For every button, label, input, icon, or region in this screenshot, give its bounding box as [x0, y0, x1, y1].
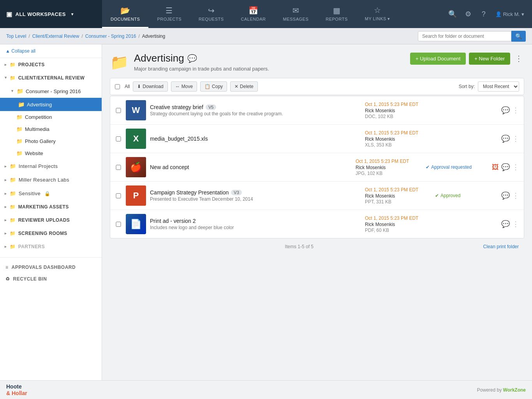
file-toolbar: All ⬇ Download ↔ Move 📋 Copy ✕ Delete	[110, 78, 524, 95]
more-options-icon-4[interactable]: ⋮	[512, 191, 519, 200]
search-input[interactable]	[418, 31, 511, 41]
help-button[interactable]: ?	[477, 7, 491, 21]
file-thumbnail-2: X	[126, 129, 146, 149]
workspace-icon: ▣	[6, 11, 12, 18]
nav-requests-label: REQUESTS	[199, 17, 224, 21]
file-actions-2: 💬 ⋮	[501, 134, 519, 143]
chat-bubble-icon[interactable]: 💬	[187, 54, 197, 63]
upload-document-button[interactable]: + Upload Document	[410, 53, 466, 65]
file-status-4: ✔ Approved	[435, 193, 497, 198]
search-button[interactable]: 🔍	[446, 7, 460, 21]
consumer-folder-icon: 📁	[17, 88, 23, 94]
nav-messages[interactable]: ✉ MESSAGES	[275, 0, 317, 28]
sidebar-item-competition[interactable]: 📁 Competition	[0, 111, 102, 123]
screening-folder-icon: 📁	[10, 231, 16, 236]
file-actions-1: 💬 ⋮	[501, 106, 519, 115]
file-checkbox-1[interactable]	[115, 108, 122, 113]
sidebar-projects-label: PROJECTS	[18, 62, 45, 67]
sidebar-item-projects[interactable]: ► 📁 PROJECTS	[0, 58, 102, 71]
more-actions-button[interactable]: ⋮	[513, 52, 524, 65]
settings-button[interactable]: ⚙	[461, 7, 475, 21]
sidebar-item-internal-projects[interactable]: ► 📁 Internal Projects	[0, 159, 102, 173]
content-actions: + Upload Document + New Folder ⋮	[410, 52, 524, 65]
delete-label: Delete	[240, 84, 254, 89]
sidebar-approvals-dashboard[interactable]: ≡ APPROVALS DASHBOARD	[0, 261, 102, 273]
file-user-1: Rick Mosenkis	[365, 108, 431, 113]
search-submit-button[interactable]: 🔍	[511, 31, 526, 42]
file-info-4: Campaign Strategy Presentation V3 Presen…	[150, 189, 361, 202]
sort-select[interactable]: Most Recent	[478, 81, 519, 92]
sidebar-item-consumer-spring[interactable]: ► 📁 Consumer - Spring 2016	[0, 85, 102, 98]
copy-button[interactable]: 📋 Copy	[200, 81, 227, 92]
brand-name: WorkZone	[503, 387, 526, 393]
sidebar-sensitive-label: Sensitive	[19, 191, 41, 196]
workspace-selector[interactable]: ▣ ALL WORKSPACES ▼	[0, 0, 102, 28]
sidebar-item-sensitive[interactable]: ► 📁 Sensitive 🔒	[0, 187, 102, 200]
sidebar-item-photo-gallery[interactable]: 📁 Photo Gallery	[0, 135, 102, 147]
nav-documents[interactable]: 📂 DOCUMENTS	[102, 0, 148, 28]
nav-calendar[interactable]: 📅 CALENDAR	[233, 0, 275, 28]
more-options-icon-3[interactable]: ⋮	[512, 163, 519, 171]
download-button[interactable]: ⬇ Download	[133, 81, 167, 92]
comment-icon-4[interactable]: 💬	[501, 191, 510, 200]
file-actions-5: 💬 ⋮	[501, 220, 519, 228]
sidebar-item-miller-labs[interactable]: ► 📁 Miller Research Labs	[0, 173, 102, 187]
breadcrumb-client-review[interactable]: Client/External Review	[32, 34, 79, 39]
version-badge-1: V5	[206, 104, 216, 110]
file-name-2: media_budget_2015.xls	[150, 136, 361, 142]
file-info-1: Creative strategy brief V5 Strategy docu…	[150, 104, 361, 117]
sidebar-collapse-label: ▲ Collapse all	[5, 48, 35, 54]
download-icon: ⬇	[137, 84, 141, 89]
sidebar-item-website[interactable]: 📁 Website	[0, 147, 102, 159]
user-menu[interactable]: 👤 Rick M. ▾	[492, 11, 527, 17]
file-checkbox-3[interactable]	[115, 165, 122, 170]
sidebar-recycle-bin[interactable]: ♻ RECYCLE BIN	[0, 273, 102, 285]
sidebar-consumer-spring-label: Consumer - Spring 2016	[26, 88, 81, 94]
file-info-3: New ad concept	[150, 164, 352, 170]
image-icon-3[interactable]: 🖼	[492, 163, 499, 171]
file-checkbox-2[interactable]	[115, 136, 122, 141]
new-folder-button[interactable]: + New Folder	[469, 53, 510, 65]
sidebar-collapse-button[interactable]: ▲ Collapse all	[0, 44, 102, 58]
nav-reports[interactable]: ▦ REPORTS	[317, 0, 356, 28]
comment-icon-1[interactable]: 💬	[501, 106, 510, 115]
file-checkbox-5[interactable]	[115, 222, 122, 227]
delete-button[interactable]: ✕ Delete	[230, 81, 258, 92]
nav-documents-label: DOCUMENTS	[111, 17, 140, 21]
select-all-checkbox[interactable]	[115, 84, 120, 89]
sort-label: Sort by:	[459, 84, 475, 89]
sidebar-item-marketing-assets[interactable]: ► 📁 MARKETING ASSETS	[0, 200, 102, 214]
advertising-folder-icon: 📁	[18, 101, 25, 108]
competition-folder-icon: 📁	[16, 114, 23, 120]
photo-gallery-folder-icon: 📁	[16, 138, 23, 144]
more-options-icon-5[interactable]: ⋮	[512, 220, 519, 228]
sidebar-item-screening-rooms[interactable]: ► 📁 SCREENING ROOMS	[0, 227, 102, 240]
partners-folder-icon: 📁	[10, 244, 16, 249]
folder-description: Major branding campaign in trade pubs an…	[134, 66, 269, 72]
comment-icon-2[interactable]: 💬	[501, 134, 510, 143]
sensitive-arrow-icon: ►	[4, 192, 7, 196]
nav-projects-label: PROJECTS	[157, 17, 181, 21]
move-button[interactable]: ↔ Move	[171, 81, 197, 92]
sidebar-item-partners[interactable]: ► 📁 PARTNERS	[0, 240, 102, 253]
clean-print-link[interactable]: Clean print folder	[483, 244, 519, 249]
internal-arrow-icon: ►	[4, 164, 7, 168]
more-options-icon-2[interactable]: ⋮	[512, 134, 519, 143]
approved-check-icon: ✔	[435, 193, 439, 198]
breadcrumb-toplevel[interactable]: Top Level	[6, 34, 26, 39]
nav-projects[interactable]: ☰ PROJECTS	[148, 0, 190, 28]
more-options-icon-1[interactable]: ⋮	[512, 106, 519, 115]
comment-icon-5[interactable]: 💬	[501, 220, 510, 228]
breadcrumb-consumer-spring[interactable]: Consumer - Spring 2016	[85, 34, 136, 39]
file-checkbox-4[interactable]	[115, 193, 122, 198]
comment-icon-3[interactable]: 💬	[501, 163, 510, 171]
nav-requests[interactable]: ↪ REQUESTS	[190, 0, 233, 28]
sidebar-item-multimedia[interactable]: 📁 Multimedia	[0, 123, 102, 135]
sidebar-item-client-external[interactable]: ► 📁 CLIENT/EXTERNAL REVIEW	[0, 71, 102, 85]
sidebar-photo-gallery-label: Photo Gallery	[25, 138, 56, 144]
sidebar-item-advertising[interactable]: 📁 Advertising	[0, 98, 102, 111]
nav-mylinks[interactable]: ☆ MY LINKS ▾	[356, 0, 399, 28]
breadcrumb-sep3: /	[139, 34, 140, 39]
sidebar-item-reviewer-uploads[interactable]: ► 📁 REVIEWER UPLOADS	[0, 214, 102, 227]
multimedia-folder-icon: 📁	[16, 126, 23, 132]
